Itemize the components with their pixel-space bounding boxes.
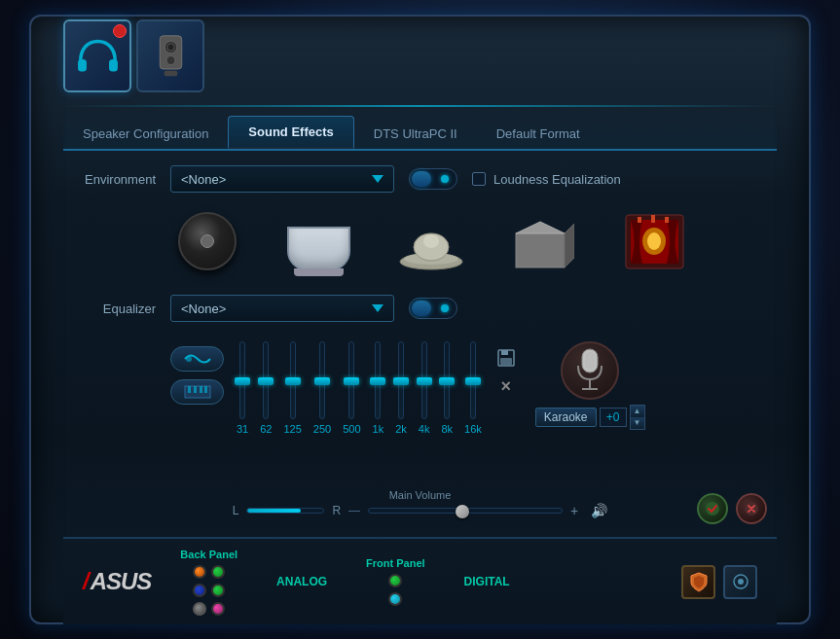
left-channel-label: L xyxy=(233,504,239,517)
karaoke-value: +0 xyxy=(600,408,627,427)
slider-thumb-2khz[interactable] xyxy=(393,377,409,385)
svg-rect-30 xyxy=(582,349,598,373)
preset-theater-icon xyxy=(618,207,691,275)
eq-actions: × xyxy=(494,346,518,398)
slider-track-125hz[interactable] xyxy=(290,341,296,419)
port-pink[interactable] xyxy=(211,602,225,616)
preset-bathtub[interactable] xyxy=(282,207,355,275)
piano-icon xyxy=(183,383,212,401)
svg-rect-20 xyxy=(665,217,669,223)
volume-section: Main Volume L R — + 🔊 xyxy=(78,503,762,518)
speaker-mute-icon[interactable]: 🔊 xyxy=(591,503,607,518)
slider-track-2khz[interactable] xyxy=(398,341,404,419)
slider-thumb-1khz[interactable] xyxy=(370,377,385,385)
preset-box[interactable] xyxy=(506,207,579,275)
eq-save-button[interactable] xyxy=(494,346,518,370)
slider-track-500hz[interactable] xyxy=(348,341,354,419)
status-cancel-button[interactable] xyxy=(736,493,767,524)
slider-thumb-62hz[interactable] xyxy=(258,377,274,385)
eq-guitar-button[interactable] xyxy=(170,346,224,372)
save-icon xyxy=(496,348,516,368)
tab-dts-ultrapc[interactable]: DTS UltraPC II xyxy=(354,119,477,149)
slider-label-31hz: 31 xyxy=(237,423,248,435)
volume-slider-thumb[interactable] xyxy=(456,505,469,518)
back-panel-label: Back Panel xyxy=(180,549,237,560)
environment-toggle-thumb xyxy=(412,171,431,187)
port-blue[interactable] xyxy=(193,584,206,597)
slider-track-16khz[interactable] xyxy=(470,341,476,419)
status-ok-button[interactable] xyxy=(697,493,728,524)
slider-track-4khz[interactable] xyxy=(421,341,427,419)
slider-track-8khz[interactable] xyxy=(444,341,450,419)
slider-thumb-250hz[interactable] xyxy=(314,377,330,385)
port-orange[interactable] xyxy=(193,565,206,579)
eq-piano-button[interactable] xyxy=(170,379,224,405)
loudness-checkbox[interactable] xyxy=(472,172,486,186)
headphone-device[interactable] xyxy=(63,19,131,92)
slider-16khz: 16k xyxy=(464,341,482,435)
port-cyan-front[interactable] xyxy=(388,592,402,606)
bathtub-shape xyxy=(287,227,350,270)
preset-disc-icon xyxy=(170,207,243,275)
footer-settings-button[interactable] xyxy=(723,565,757,599)
main-volume-slider[interactable] xyxy=(368,508,563,514)
preset-plate-icon xyxy=(394,207,467,275)
slider-thumb-125hz[interactable] xyxy=(285,377,301,385)
slider-label-62hz: 62 xyxy=(260,423,272,435)
port-green-back[interactable] xyxy=(211,565,225,579)
back-panel-ports-row2 xyxy=(193,584,225,597)
bottom-controls: Main Volume L R — + 🔊 xyxy=(63,488,777,532)
loudness-equalization-wrapper[interactable]: Loudness Equalization xyxy=(472,172,621,187)
loudness-label: Loudness Equalization xyxy=(493,172,621,187)
shield-icon xyxy=(689,571,709,592)
karaoke-decrement[interactable]: ▼ xyxy=(631,417,644,429)
slider-thumb-4khz[interactable] xyxy=(417,377,432,385)
dash-separator: — xyxy=(348,504,360,517)
speaker-icon xyxy=(154,34,188,78)
port-gray[interactable] xyxy=(193,602,206,616)
slider-label-4khz: 4k xyxy=(419,423,430,435)
slider-thumb-31hz[interactable] xyxy=(235,377,250,385)
equalizer-label: Equalizer xyxy=(78,302,156,316)
port-green-back2[interactable] xyxy=(211,584,225,597)
equalizer-toggle-indicator xyxy=(441,304,449,312)
eq-delete-button[interactable]: × xyxy=(494,374,518,398)
slider-track-62hz[interactable] xyxy=(263,341,269,419)
karaoke-increment[interactable]: ▲ xyxy=(631,406,644,417)
slider-thumb-16khz[interactable] xyxy=(465,377,481,385)
slider-label-8khz: 8k xyxy=(441,423,453,435)
tab-speaker-configuration[interactable]: Speaker Configuration xyxy=(63,119,228,149)
guitar-icon xyxy=(183,350,212,368)
svg-point-4 xyxy=(166,44,173,51)
slider-250hz: 250 xyxy=(313,341,331,435)
tab-sound-effects[interactable]: Sound Effects xyxy=(228,116,353,149)
port-green-front[interactable] xyxy=(388,574,402,587)
slider-thumb-8khz[interactable] xyxy=(439,377,455,385)
slider-track-31hz[interactable] xyxy=(239,341,245,419)
slider-62hz: 62 xyxy=(260,341,272,435)
x-icon xyxy=(744,501,759,516)
front-panel-group: Front Panel xyxy=(366,557,425,606)
equalizer-dropdown[interactable]: <None> xyxy=(170,295,394,322)
svg-marker-12 xyxy=(516,222,565,233)
slider-1khz: 1k xyxy=(373,341,384,435)
preset-disc[interactable] xyxy=(170,207,243,275)
svg-point-5 xyxy=(166,56,175,65)
tab-default-format[interactable]: Default Format xyxy=(477,119,600,149)
preset-box-icon xyxy=(506,207,579,275)
environment-toggle[interactable] xyxy=(409,168,457,190)
slider-track-1khz[interactable] xyxy=(375,341,381,419)
footer-shield-button[interactable] xyxy=(681,565,715,599)
slider-label-500hz: 500 xyxy=(343,423,360,435)
slider-track-250hz[interactable] xyxy=(319,341,325,419)
slider-thumb-500hz[interactable] xyxy=(344,377,359,385)
equalizer-toggle[interactable] xyxy=(409,298,457,319)
svg-rect-18 xyxy=(638,217,641,223)
preset-plate[interactable] xyxy=(394,207,467,275)
environment-dropdown[interactable]: <None> xyxy=(170,165,394,193)
front-panel-label: Front Panel xyxy=(366,557,425,569)
preset-theater[interactable] xyxy=(618,207,691,275)
slider-31hz: 31 xyxy=(237,341,248,435)
speaker-device[interactable] xyxy=(136,19,204,92)
svg-rect-23 xyxy=(188,386,191,393)
